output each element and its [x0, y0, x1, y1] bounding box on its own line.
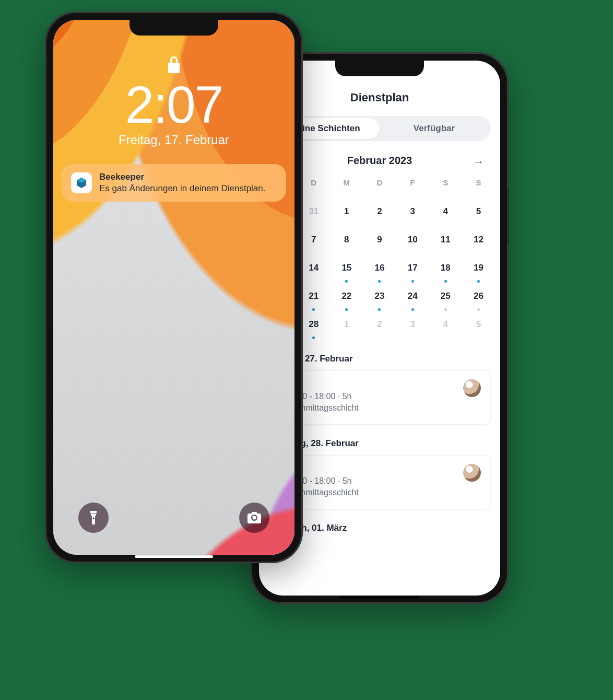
- calendar-dow: M: [330, 174, 363, 202]
- calendar-dow: D: [363, 174, 396, 202]
- calendar-day[interactable]: 2: [363, 202, 396, 230]
- calendar-day[interactable]: 24: [396, 287, 429, 315]
- calendar-day[interactable]: 18: [429, 259, 462, 287]
- calendar-day[interactable]: 19: [462, 259, 495, 287]
- flashlight-icon: [88, 511, 99, 524]
- calendar-day[interactable]: 5: [462, 315, 495, 343]
- calendar-day[interactable]: 3: [396, 315, 429, 343]
- lock-time: 2:07: [125, 78, 223, 131]
- shift-role: Nachmittagsschicht: [286, 403, 457, 413]
- svg-point-2: [93, 518, 95, 519]
- shift-time: 13:00 - 18:00 · 5h: [286, 392, 457, 401]
- calendar-day[interactable]: 16: [363, 259, 396, 287]
- calendar-day[interactable]: 5: [462, 202, 495, 230]
- side-button: [508, 188, 509, 246]
- calendar-day[interactable]: 25: [429, 287, 462, 315]
- calendar-day[interactable]: 9: [363, 230, 396, 259]
- phone-lockscreen: 2:07 Freitag, 17. Februar Beekeeper Es g…: [45, 11, 303, 563]
- calendar-dow: F: [396, 174, 429, 202]
- camera-button[interactable]: [239, 503, 269, 533]
- shift-body: NM13:00 - 18:00 · 5hNachmittagsschicht: [286, 464, 457, 499]
- lock-date: Freitag, 17. Februar: [119, 133, 229, 147]
- calendar-day[interactable]: 3: [396, 202, 429, 230]
- home-indicator[interactable]: [340, 596, 419, 599]
- calendar-day[interactable]: 26: [462, 287, 495, 315]
- calendar-day[interactable]: 11: [429, 230, 462, 259]
- calendar-day[interactable]: 2: [363, 315, 396, 343]
- device-notch: [335, 61, 424, 76]
- avatar: [463, 379, 481, 397]
- calendar-day[interactable]: 15: [330, 259, 363, 287]
- shift-time: 13:00 - 18:00 · 5h: [286, 476, 457, 486]
- shift-title: NM: [286, 379, 457, 390]
- calendar-month-label: Februar 2023: [347, 155, 412, 167]
- calendar-day[interactable]: 22: [330, 287, 363, 315]
- calendar-day[interactable]: 8: [330, 230, 363, 259]
- calendar-day[interactable]: 10: [396, 230, 429, 259]
- beekeeper-icon: [75, 177, 88, 189]
- notification-app-name: Beekeeper: [99, 171, 266, 183]
- lock-header: 2:07 Freitag, 17. Februar: [53, 20, 294, 147]
- calendar-dow: S: [462, 174, 495, 202]
- next-month-button[interactable]: →: [471, 155, 486, 169]
- calendar-day[interactable]: 12: [462, 230, 495, 259]
- lock-screen: 2:07 Freitag, 17. Februar Beekeeper Es g…: [53, 20, 294, 555]
- home-indicator[interactable]: [135, 555, 213, 558]
- calendar-day[interactable]: 17: [396, 259, 429, 287]
- notification-app-icon: [71, 172, 92, 193]
- calendar-day[interactable]: 4: [429, 315, 462, 343]
- tab-available[interactable]: Verfügbar: [380, 118, 489, 139]
- notification-body: Beekeeper Es gab Änderungen in deinem Di…: [99, 171, 266, 194]
- flashlight-button[interactable]: [78, 503, 109, 533]
- calendar-day[interactable]: 1: [330, 202, 363, 230]
- lock-dock: [53, 503, 294, 533]
- calendar-day[interactable]: 23: [363, 287, 396, 315]
- arrow-right-icon: →: [473, 155, 484, 169]
- notification-message: Es gab Änderungen in deinem Dienstplan.: [99, 183, 266, 194]
- calendar-day[interactable]: 4: [429, 202, 462, 230]
- camera-icon: [247, 512, 261, 523]
- avatar: [463, 464, 481, 482]
- lock-icon: [168, 56, 180, 73]
- shift-body: NM13:00 - 18:00 · 5hNachmittagsschicht: [286, 379, 457, 415]
- shift-title: NM: [286, 464, 457, 474]
- device-notch: [129, 20, 218, 36]
- shift-role: Nachmittagsschicht: [286, 488, 457, 497]
- calendar-day[interactable]: 1: [330, 315, 363, 343]
- calendar-dow: S: [429, 174, 462, 202]
- notification-card[interactable]: Beekeeper Es gab Änderungen in deinem Di…: [62, 164, 286, 202]
